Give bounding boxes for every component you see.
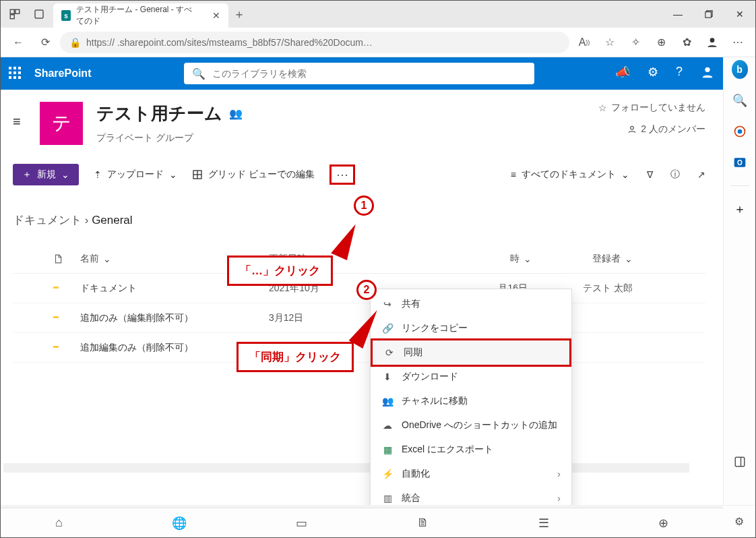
- horizontal-scrollbar[interactable]: [3, 463, 689, 473]
- back-button[interactable]: ←: [6, 32, 30, 53]
- help-icon[interactable]: ?: [676, 65, 683, 83]
- maximize-button[interactable]: [693, 1, 724, 28]
- home-icon[interactable]: ⌂: [55, 516, 63, 530]
- gear-icon[interactable]: ⚙: [648, 65, 658, 83]
- excel-icon: ▦: [381, 444, 393, 455]
- collections-icon[interactable]: ⊕: [649, 32, 673, 53]
- site-logo: テ: [40, 102, 83, 145]
- breadcrumb-current: General: [92, 214, 132, 227]
- close-window-button[interactable]: ✕: [724, 1, 755, 28]
- minimize-button[interactable]: —: [662, 1, 693, 28]
- svg-rect-0: [10, 9, 14, 13]
- svg-rect-4: [705, 12, 712, 18]
- annotation-callout-more: 「…」クリック: [227, 256, 333, 286]
- new-button[interactable]: ＋ 新規 ⌄: [13, 164, 79, 185]
- ctx-download[interactable]: ⬇ダウンロード: [371, 365, 571, 389]
- copilot-icon[interactable]: [732, 123, 748, 140]
- more-menu-icon[interactable]: ⋯: [726, 32, 750, 53]
- column-author[interactable]: 登録者 ⌄: [532, 253, 633, 265]
- outlook-icon[interactable]: O: [732, 154, 748, 171]
- tab-actions-icon[interactable]: [33, 8, 45, 20]
- ctx-move-channel[interactable]: 👥チャネルに移動: [371, 389, 571, 413]
- site-privacy: プライベート グループ: [96, 132, 243, 144]
- info-icon[interactable]: ⓘ: [670, 169, 680, 181]
- sidebar-toggle-icon[interactable]: [732, 454, 748, 470]
- chevron-right-icon: ›: [557, 493, 561, 504]
- svg-point-13: [631, 126, 634, 129]
- files-icon[interactable]: 🗎: [417, 516, 429, 530]
- brand-label[interactable]: SharePoint: [34, 67, 91, 80]
- column-modified-by[interactable]: 時 ⌄: [404, 253, 532, 265]
- share-icon: ↪: [381, 299, 393, 309]
- favorite-icon[interactable]: ☆: [598, 32, 622, 53]
- column-type[interactable]: [53, 253, 80, 264]
- browser-bottom-toolbar: ⌂ 🌐 ▭ 🗎 ☰ ⊕: [1, 508, 723, 537]
- teams-icon: 👥: [381, 396, 393, 407]
- web-icon[interactable]: 🌐: [172, 516, 187, 531]
- upload-button[interactable]: ⇡ アップロード ⌄: [94, 169, 177, 181]
- ctx-integrate[interactable]: ▥統合›: [371, 486, 571, 505]
- svg-point-5: [710, 38, 715, 42]
- members-button[interactable]: 2 人のメンバー: [598, 123, 705, 136]
- close-tab-icon[interactable]: ✕: [212, 10, 220, 21]
- svg-rect-2: [10, 15, 14, 19]
- app-launcher-icon[interactable]: [9, 67, 22, 80]
- svg-text:O: O: [737, 159, 743, 167]
- svg-rect-3: [35, 10, 43, 18]
- ctx-automate[interactable]: ⚡自動化›: [371, 462, 571, 486]
- read-aloud-icon[interactable]: A)): [572, 32, 596, 53]
- ctx-sync[interactable]: ⟳同期: [371, 338, 571, 367]
- view-selector[interactable]: ≡ すべてのドキュメント ⌄: [511, 169, 629, 181]
- edge-sidebar: b 🔍 O ＋: [723, 57, 755, 505]
- url-text: https:// .sharepoint.com/sites/msteams_b…: [86, 37, 373, 48]
- settings-rail-icon[interactable]: ⚙: [723, 505, 755, 537]
- ctx-export-excel[interactable]: ▦Excel にエクスポート: [371, 438, 571, 462]
- search-input[interactable]: [212, 68, 526, 79]
- lock-icon: 🔒: [69, 37, 81, 48]
- ctx-onedrive-shortcut[interactable]: ☁OneDrive へのショートカットの追加: [371, 413, 571, 438]
- add-icon[interactable]: ⊕: [658, 516, 668, 531]
- extension-icon[interactable]: ✿: [674, 32, 699, 53]
- annotation-badge-1: 1: [354, 196, 374, 216]
- chevron-right-icon: ›: [557, 469, 561, 479]
- sharepoint-favicon: s: [61, 10, 71, 21]
- command-bar: ＋ 新規 ⌄ ⇡ アップロード ⌄ グリッド ビューでの編集 ⋯ ≡ すべてのド…: [13, 164, 705, 185]
- ctx-share[interactable]: ↪共有: [371, 292, 571, 316]
- bing-chat-icon[interactable]: b: [732, 61, 748, 78]
- browser-tab[interactable]: s テスト用チーム - General - すべてのド ✕: [53, 3, 228, 28]
- expand-icon[interactable]: ↗: [697, 169, 705, 180]
- download-icon: ⬇: [381, 371, 393, 382]
- account-icon[interactable]: [700, 65, 715, 83]
- reader-icon[interactable]: ▭: [296, 516, 307, 531]
- flow-icon: ⚡: [381, 469, 393, 479]
- add-rail-icon[interactable]: ＋: [732, 201, 748, 217]
- more-actions-button[interactable]: ⋯: [329, 165, 355, 185]
- site-title[interactable]: テスト用チーム 👥: [96, 102, 243, 125]
- list-icon[interactable]: ☰: [538, 516, 549, 531]
- site-nav-toggle[interactable]: ≡: [13, 114, 26, 129]
- profile-icon[interactable]: [700, 32, 724, 53]
- favorites-bar-icon[interactable]: ✧: [623, 32, 648, 53]
- svg-rect-10: [735, 457, 745, 467]
- search-rail-icon[interactable]: 🔍: [732, 92, 748, 109]
- search-box[interactable]: 🔍: [184, 63, 534, 84]
- breadcrumb-root[interactable]: ドキュメント: [13, 214, 82, 227]
- megaphone-icon[interactable]: 📣: [615, 65, 630, 83]
- context-menu: ↪共有 🔗リンクをコピー ⟳同期 ⬇ダウンロード 👥チャネルに移動 ☁OneDr…: [370, 289, 572, 505]
- teams-icon: 👥: [229, 107, 243, 120]
- workspaces-icon[interactable]: [9, 8, 21, 20]
- sync-icon: ⟳: [383, 347, 396, 358]
- grid-edit-button[interactable]: グリッド ビューでの編集: [192, 169, 315, 181]
- svg-rect-1: [15, 9, 20, 13]
- url-field[interactable]: 🔒 https:// .sharepoint.com/sites/msteams…: [60, 32, 569, 53]
- refresh-button[interactable]: ⟳: [33, 32, 57, 53]
- page-content: SharePoint 🔍 📣 ⚙ ? ≡ テ テスト用チーム 👥 プライベート …: [1, 57, 723, 505]
- address-bar: ← ⟳ 🔒 https:// .sharepoint.com/sites/mst…: [1, 28, 755, 57]
- link-icon: 🔗: [381, 323, 393, 334]
- filter-icon[interactable]: ∇: [647, 169, 653, 180]
- follow-button[interactable]: ☆ フォローしていません: [598, 102, 705, 114]
- new-tab-button[interactable]: ＋: [228, 1, 250, 28]
- tab-title: テスト用チーム - General - すべてのド: [76, 4, 200, 27]
- suite-bar: SharePoint 🔍 📣 ⚙ ?: [1, 57, 723, 90]
- ctx-copy-link[interactable]: 🔗リンクをコピー: [371, 316, 571, 340]
